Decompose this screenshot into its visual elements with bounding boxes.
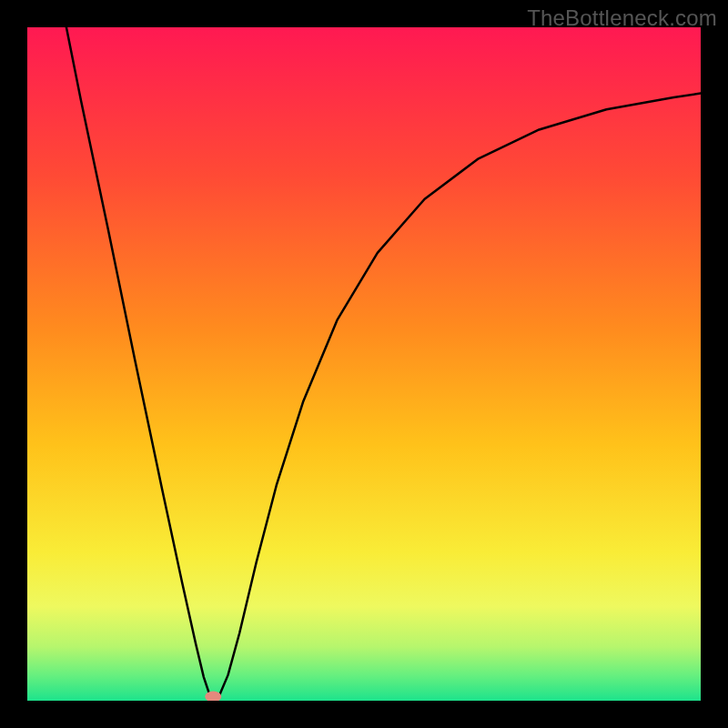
gradient-background bbox=[27, 27, 701, 701]
watermark-text: TheBottleneck.com bbox=[527, 5, 717, 31]
minimum-marker bbox=[205, 692, 221, 703]
chart-container: TheBottleneck.com bbox=[0, 0, 728, 728]
bottleneck-chart bbox=[0, 0, 728, 728]
